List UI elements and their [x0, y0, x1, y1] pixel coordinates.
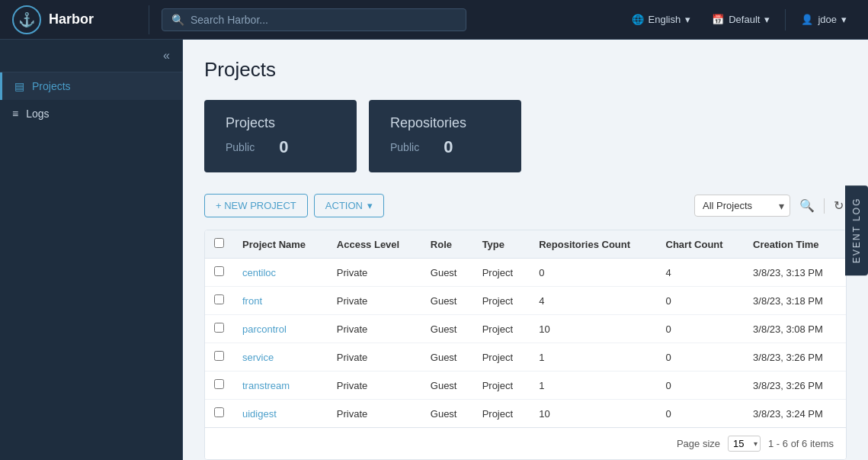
row-role: Guest — [421, 287, 473, 315]
app-logo[interactable]: ⚓ Harbor — [12, 5, 149, 34]
stats-row: Projects Public 0 Repositories Public 0 — [204, 100, 847, 172]
sidebar-projects-label: Projects — [32, 80, 71, 92]
col-chart-count: Chart Count — [657, 230, 745, 259]
project-name-link[interactable]: transtream — [242, 380, 290, 391]
toolbar-right: All Projects My Projects Public Projects… — [694, 195, 847, 217]
project-name-link[interactable]: service — [242, 352, 274, 363]
sidebar-item-logs[interactable]: ≡ Logs — [0, 100, 182, 127]
chevron-down-icon: ▾ — [685, 14, 690, 25]
repositories-stat-card: Repositories Public 0 — [369, 100, 521, 172]
table-header: Project Name Access Level Role Type Repo… — [205, 230, 846, 259]
row-access-level: Private — [328, 315, 421, 343]
user-label: jdoe — [818, 14, 837, 25]
select-all-checkbox[interactable] — [214, 238, 224, 248]
row-chart-count: 0 — [657, 343, 745, 372]
chevron-down-icon: ▾ — [841, 14, 847, 25]
project-name-link[interactable]: front — [242, 295, 262, 307]
col-role: Role — [421, 230, 473, 259]
sidebar: « ▤ Projects ≡ Logs — [0, 40, 183, 460]
projects-table-wrap: Project Name Access Level Role Type Repo… — [204, 230, 847, 460]
row-checkbox[interactable] — [214, 407, 224, 417]
pagination: Page size 15 25 50 1 - 6 of 6 items — [205, 427, 846, 459]
row-checkbox[interactable] — [214, 351, 224, 361]
logo-icon: ⚓ — [12, 5, 41, 34]
table-row: parcontrol Private Guest Project 10 0 3/… — [205, 315, 846, 343]
language-label: English — [649, 14, 681, 25]
project-name-link[interactable]: uidigest — [242, 408, 277, 420]
row-type: Project — [473, 343, 530, 372]
search-placeholder: Search Harbor... — [191, 14, 268, 26]
refresh-button[interactable]: ↻ — [831, 195, 847, 216]
projects-icon: ▤ — [14, 80, 24, 92]
project-name-link[interactable]: parcontrol — [242, 323, 287, 335]
action-label: ACTION — [325, 200, 363, 211]
table-body: centiloc Private Guest Project 0 4 3/8/2… — [205, 259, 846, 428]
project-filter-select[interactable]: All Projects My Projects Public Projects — [694, 195, 790, 217]
row-repositories-count: 4 — [530, 287, 656, 315]
repositories-stat-row: Public 0 — [390, 137, 500, 157]
row-checkbox-cell — [205, 372, 233, 400]
row-repositories-count: 0 — [530, 259, 656, 287]
row-checkbox[interactable] — [214, 379, 224, 389]
row-checkbox-cell — [205, 315, 233, 343]
row-checkbox[interactable] — [214, 323, 224, 333]
row-checkbox-cell — [205, 259, 233, 287]
row-repositories-count: 10 — [530, 315, 656, 343]
globe-icon: 🌐 — [632, 14, 644, 25]
logs-icon: ≡ — [12, 108, 18, 120]
table-row: centiloc Private Guest Project 0 4 3/8/2… — [205, 259, 846, 287]
sidebar-item-projects[interactable]: ▤ Projects — [0, 72, 182, 100]
row-creation-time: 3/8/23, 3:26 PM — [744, 343, 846, 372]
row-creation-time: 3/8/23, 3:08 PM — [744, 315, 846, 343]
col-repositories-count: Repositories Count — [530, 230, 656, 259]
row-role: Guest — [421, 372, 473, 400]
new-project-button[interactable]: + NEW PROJECT — [204, 194, 308, 217]
event-log-tab[interactable]: EVENT LOG — [845, 185, 868, 275]
table-row: uidigest Private Guest Project 10 0 3/8/… — [205, 400, 846, 428]
projects-stat-title: Projects — [226, 115, 335, 131]
projects-table: Project Name Access Level Role Type Repo… — [205, 230, 846, 427]
row-project-name: parcontrol — [233, 315, 328, 343]
search-bar[interactable]: 🔍 Search Harbor... — [162, 8, 466, 31]
row-checkbox[interactable] — [214, 266, 224, 276]
page-size-wrap: 15 25 50 — [728, 436, 761, 452]
repositories-stat-title: Repositories — [390, 115, 500, 131]
app-title: Harbor — [49, 11, 94, 27]
table-row: front Private Guest Project 4 0 3/8/23, … — [205, 287, 846, 315]
sidebar-collapse-button[interactable]: « — [163, 49, 170, 63]
page-size-select[interactable]: 15 25 50 — [728, 436, 761, 452]
filter-wrap: All Projects My Projects Public Projects — [694, 195, 790, 217]
row-type: Project — [473, 400, 530, 428]
row-checkbox-cell — [205, 343, 233, 372]
row-type: Project — [473, 287, 530, 315]
row-chart-count: 0 — [657, 372, 745, 400]
row-creation-time: 3/8/23, 3:26 PM — [744, 372, 846, 400]
row-creation-time: 3/8/23, 3:18 PM — [744, 287, 846, 315]
row-repositories-count: 1 — [530, 343, 656, 372]
search-button[interactable]: 🔍 — [796, 195, 818, 216]
language-button[interactable]: 🌐 English ▾ — [623, 9, 700, 30]
row-project-name: uidigest — [233, 400, 328, 428]
navbar-right: 🌐 English ▾ 📅 Default ▾ 👤 jdoe ▾ — [623, 9, 856, 31]
toolbar: + NEW PROJECT ACTION ▾ All Projects My P… — [204, 194, 847, 217]
user-menu[interactable]: 👤 jdoe ▾ — [792, 9, 856, 30]
row-role: Guest — [421, 343, 473, 372]
row-role: Guest — [421, 315, 473, 343]
row-access-level: Private — [328, 343, 421, 372]
row-checkbox[interactable] — [214, 294, 224, 304]
default-button[interactable]: 📅 Default ▾ — [703, 9, 779, 30]
col-project-name: Project Name — [233, 230, 328, 259]
action-button[interactable]: ACTION ▾ — [314, 194, 384, 217]
project-name-link[interactable]: centiloc — [242, 267, 276, 278]
row-type: Project — [473, 372, 530, 400]
row-access-level: Private — [328, 259, 421, 287]
row-role: Guest — [421, 259, 473, 287]
row-chart-count: 0 — [657, 400, 745, 428]
repositories-public-label: Public — [390, 141, 419, 153]
row-access-level: Private — [328, 372, 421, 400]
row-project-name: transtream — [233, 372, 328, 400]
sidebar-header: « — [0, 40, 182, 72]
table-row: transtream Private Guest Project 1 0 3/8… — [205, 372, 846, 400]
page-title: Projects — [204, 58, 847, 82]
col-creation-time: Creation Time — [744, 230, 846, 259]
